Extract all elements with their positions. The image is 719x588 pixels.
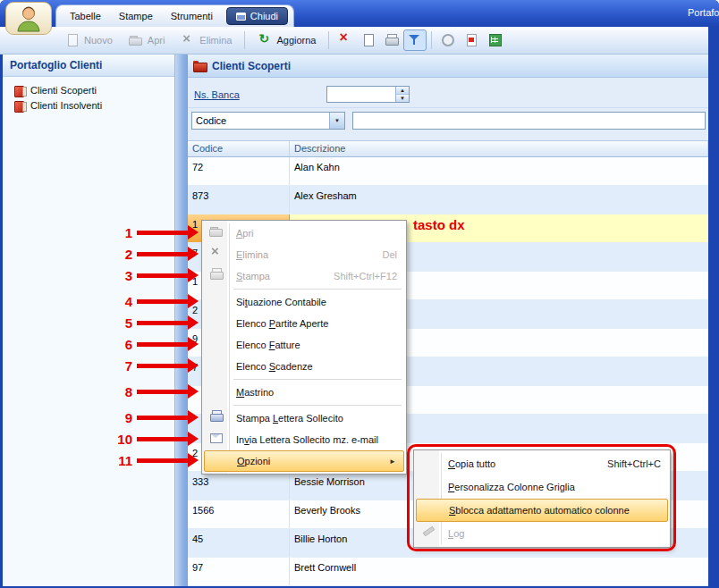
cell-codice: 72	[188, 157, 290, 185]
nuovo-button-label: Nuovo	[84, 35, 113, 46]
column-header-descrizione[interactable]: Descrizione	[290, 141, 708, 156]
menu-item-elenco-fatture[interactable]: Elenco Fatture	[204, 334, 404, 356]
menu-item-label: Elenco Fatture	[236, 340, 300, 350]
aggiorna-button[interactable]: Aggiorna	[250, 30, 324, 50]
grid-header: Codice Descrizione	[188, 141, 708, 157]
menu-item-invia-lettera-sollecito-mz-e-mail[interactable]: Invia Lettera Sollecito mz. e-mail	[204, 429, 404, 450]
titlebar: Tabelle Stampe Strumenti Chiudi Portafo	[0, 0, 719, 27]
menu-item-shortcut: Del	[366, 249, 397, 260]
field-selector-combo[interactable]: Codice ▼	[191, 112, 345, 130]
excel-export-button[interactable]	[483, 29, 506, 51]
pdf-export-icon	[464, 34, 478, 46]
chevron-down-icon[interactable]: ▼	[329, 113, 344, 129]
menu-item-label: Copia tutto	[448, 458, 495, 469]
delete-icon	[209, 247, 224, 259]
menu-item-log[interactable]: Log	[416, 522, 668, 545]
menu-item-label: Invia Lettera Sollecito mz. e-mail	[236, 434, 378, 445]
print-icon	[209, 268, 224, 281]
open-folder-icon	[129, 34, 143, 46]
menu-item-situazione-contabile[interactable]: Situazione Contabile	[204, 291, 404, 313]
clear-filter-button[interactable]	[334, 29, 357, 51]
spin-up-button[interactable]: ▲	[396, 87, 409, 95]
menu-item-apri[interactable]: Apri	[204, 223, 404, 244]
table-row[interactable]: 97Brett Cornwell	[188, 558, 708, 586]
log-icon	[421, 525, 436, 538]
open-folder-icon	[209, 225, 224, 238]
ns-banca-spinner: ▲ ▼	[395, 87, 409, 102]
menu-item-personalizza-colonne-griglia[interactable]: Personalizza Colonne Griglia	[416, 475, 668, 499]
clock-icon	[441, 34, 455, 46]
aggiorna-button-label: Aggiorna	[276, 35, 316, 46]
clear-filter-icon	[338, 34, 352, 46]
sidebar: Portafoglio Clienti Clienti ScopertiClie…	[3, 55, 175, 586]
panel-splitter[interactable]	[175, 55, 188, 586]
app-window: Tabelle Stampe Strumenti Chiudi Portafo …	[0, 0, 719, 588]
clients-folder-icon	[193, 61, 207, 71]
red-book-icon	[14, 86, 26, 96]
page-title: Clienti Scoperti	[212, 60, 291, 72]
elimina-button[interactable]: Elimina	[173, 30, 240, 50]
filter-button[interactable]	[403, 29, 427, 51]
menubar-item-stampe[interactable]: Stampe	[111, 7, 161, 25]
new-document-icon	[65, 34, 80, 46]
pdf-export-button[interactable]	[460, 29, 483, 51]
clock-button[interactable]	[436, 29, 460, 51]
menubar-item-tabelle[interactable]: Tabelle	[62, 7, 109, 25]
menu-item-stampa[interactable]: StampaShift+Ctrl+F12	[204, 265, 404, 287]
menu-item-shortcut: Shift+Ctrl+F12	[317, 271, 397, 281]
menu-item-label: Personalizza Colonne Griglia	[448, 482, 575, 492]
toolbar-buttons: NuovoApriEliminaAggiorna	[0, 27, 708, 55]
menu-item-stampa-lettera-sollecito[interactable]: Stampa Lettera Sollecito	[204, 407, 404, 429]
window-icon	[236, 13, 246, 21]
menubar: Tabelle Stampe Strumenti Chiudi	[55, 4, 294, 27]
chiudi-button-label: Chiudi	[250, 11, 278, 21]
menu-item-elenco-scadenze[interactable]: Elenco Scadenze	[204, 356, 404, 377]
ns-banca-label[interactable]: Ns. Banca	[194, 89, 240, 100]
context-menu: ApriEliminaDelStampaShift+Ctrl+F12Situaz…	[201, 220, 407, 475]
print-button[interactable]	[380, 29, 403, 51]
cell-codice: 873	[188, 186, 290, 214]
submenu-arrow-icon: ►	[389, 458, 396, 466]
field-selector-value: Codice	[192, 115, 329, 126]
menu-item-shortcut: Shift+Ctrl+C	[591, 458, 661, 469]
cell-codice: 45	[188, 529, 290, 557]
menubar-item-strumenti[interactable]: Strumenti	[163, 7, 221, 25]
new-document-button[interactable]	[357, 29, 380, 51]
table-row[interactable]: 72Alan Kahn	[188, 157, 708, 186]
menu-item-label: Sblocca adattamento automatico colonne	[449, 505, 630, 516]
sidebar-title: Portafoglio Clienti	[3, 55, 174, 77]
search-input[interactable]	[352, 112, 706, 130]
column-header-codice[interactable]: Codice	[188, 141, 290, 156]
email-icon	[209, 432, 224, 444]
menu-separator	[233, 379, 402, 380]
menu-item-label: Opzioni	[237, 456, 270, 466]
ns-banca-input[interactable]	[327, 87, 395, 102]
menu-item-opzioni[interactable]: Opzioni►	[204, 450, 404, 472]
apri-button[interactable]: Apri	[121, 30, 173, 50]
spin-down-button[interactable]: ▼	[396, 95, 409, 102]
excel-export-icon	[487, 34, 502, 46]
cell-codice: 333	[188, 472, 290, 500]
nuovo-button[interactable]: Nuovo	[57, 30, 121, 50]
cell-descrizione: Alan Kahn	[290, 157, 708, 185]
menu-item-label: Elenco Scadenze	[236, 361, 313, 372]
filter-divider	[188, 107, 708, 108]
main-header: Clienti Scoperti	[188, 55, 708, 78]
print-letter-icon	[209, 410, 224, 423]
sidebar-item-clienti-insolventi[interactable]: Clienti Insolventi	[3, 98, 174, 113]
menu-item-mastrino[interactable]: Mastrino	[204, 382, 404, 403]
menu-item-sblocca-adattamento-automatico-colonne[interactable]: Sblocca adattamento automatico colonne	[416, 499, 668, 522]
filter-area: Ns. Banca ▲ ▼ Codice ▼	[188, 78, 708, 141]
menu-item-label: Situazione Contabile	[236, 297, 326, 307]
cell-descrizione: Brett Cornwell	[290, 558, 708, 585]
menu-item-elenco-partite-aperte[interactable]: Elenco Partite Aperte	[204, 313, 404, 334]
app-menu-button[interactable]	[5, 2, 52, 35]
menu-item-copia-tutto[interactable]: Copia tuttoShift+Ctrl+C	[416, 452, 668, 475]
table-row[interactable]: 873Alex Gresham	[188, 186, 708, 214]
sidebar-item-clienti-scoperti[interactable]: Clienti Scoperti	[3, 83, 174, 98]
delete-icon	[181, 34, 195, 46]
menu-item-label: Log	[448, 528, 464, 539]
chiudi-button[interactable]: Chiudi	[226, 7, 288, 25]
cell-codice: 1566	[188, 500, 290, 528]
menu-item-elimina[interactable]: EliminaDel	[204, 244, 404, 265]
